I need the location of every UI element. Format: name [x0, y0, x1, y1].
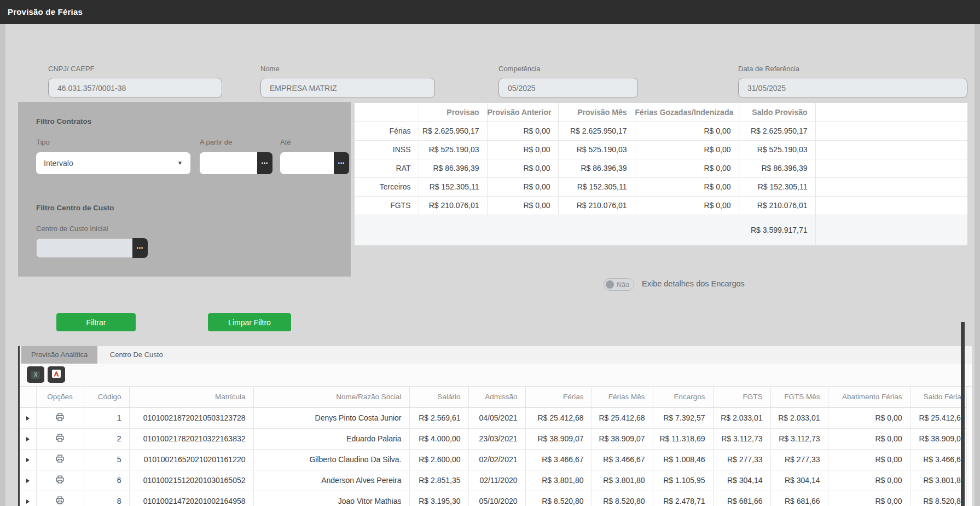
- competencia-field-group: Competência: [498, 65, 638, 98]
- summary-cell-mes: R$ 525.190,03: [558, 140, 635, 159]
- cnpj-input[interactable]: [48, 78, 222, 98]
- a-partir-de-lookup-button[interactable]: •••: [257, 152, 272, 174]
- row-encargos: R$ 1.105,95: [653, 470, 713, 491]
- row-fgts-mes: R$ 681,66: [770, 491, 828, 506]
- competencia-input[interactable]: [498, 78, 638, 98]
- row-expand-cell: [20, 407, 36, 428]
- row-fgts-mes: R$ 277,33: [770, 449, 828, 470]
- centro-custo-inicial-input[interactable]: [36, 238, 132, 258]
- summary-cell-gozadas: R$ 0,00: [635, 177, 739, 196]
- row-matricula: 010100214720201002164958: [129, 491, 253, 506]
- filtro-contratos-title: Filtro Contratos: [36, 117, 91, 125]
- grid-col-fgts-mes: FGTS Mês: [770, 387, 828, 407]
- summary-cell-empty: [815, 140, 967, 159]
- data-referencia-label: Data de Referência: [738, 65, 967, 73]
- table-row: 1 010100218720210503123728 Denys Pinto C…: [20, 407, 966, 428]
- grid-header-row: Opções Código Matrícula Nome/Razão Socia…: [20, 387, 966, 407]
- expand-arrow-icon[interactable]: [26, 499, 30, 504]
- tab-centro-de-custo[interactable]: Centro De Custo: [100, 346, 173, 364]
- grid-col-opcoes: Opções: [36, 387, 84, 407]
- expand-arrow-icon[interactable]: [26, 416, 30, 421]
- row-abatimento: R$ 0,00: [828, 449, 910, 470]
- nome-field-group: Nome: [260, 65, 435, 98]
- summary-cell-saldo: R$ 2.625.950,17: [739, 122, 815, 140]
- row-codigo: 2: [84, 428, 129, 449]
- nome-input[interactable]: [260, 78, 435, 98]
- summary-cell-mes: R$ 210.076,01: [558, 196, 635, 215]
- grid-col-ferias-mes: Férias Mês: [592, 387, 653, 407]
- expand-arrow-icon[interactable]: [26, 458, 30, 462]
- grid-col-fgts: FGTS: [713, 387, 770, 407]
- expand-arrow-icon[interactable]: [26, 479, 30, 483]
- filtrar-button[interactable]: Filtrar: [56, 313, 136, 331]
- row-saldo-ferias: R$ 8.520,80: [910, 491, 966, 506]
- data-referencia-input[interactable]: [738, 78, 967, 98]
- summary-row: INSS R$ 525.190,03 R$ 0,00 R$ 525.190,03…: [355, 140, 967, 159]
- summary-cell-gozadas: R$ 0,00: [635, 196, 739, 215]
- filtro-centro-custo-title: Filtro Centro de Custo: [36, 204, 114, 212]
- print-icon[interactable]: [55, 412, 65, 422]
- row-salario: R$ 2.851,35: [409, 470, 468, 491]
- summary-cell-empty: [815, 177, 967, 196]
- row-matricula: 010100215120201030165052: [129, 470, 253, 491]
- summary-row-label: Terceiros: [355, 177, 419, 196]
- row-ferias-mes: R$ 38.909,07: [592, 428, 653, 449]
- export-excel-button[interactable]: X: [27, 366, 44, 383]
- row-admissao: 02/02/2021: [468, 449, 525, 470]
- print-icon[interactable]: [55, 454, 65, 463]
- grid-col-encargos: Encargos: [653, 387, 713, 407]
- tab-provisao-analitica[interactable]: Provisão Analítica: [21, 346, 97, 364]
- summary-row-label: RAT: [355, 159, 419, 177]
- row-nome: Anderson Alves Pereira: [253, 470, 409, 491]
- print-icon[interactable]: [55, 496, 65, 505]
- nome-label: Nome: [260, 65, 435, 73]
- row-admissao: 23/03/2021: [468, 428, 525, 449]
- grid-vertical-scrollbar[interactable]: [961, 322, 965, 506]
- bottom-grid-panel: Provisão Analítica Centro De Custo X: [18, 346, 972, 506]
- row-expand-cell: [20, 470, 36, 491]
- limpar-filtro-button[interactable]: Limpar Filtro: [208, 313, 291, 331]
- grid-col-admissao: Admissão: [468, 387, 525, 407]
- summary-cell-gozadas: R$ 0,00: [635, 140, 739, 159]
- tipo-select[interactable]: Intervalo ▼: [36, 152, 190, 174]
- row-matricula: 010100216520210201161220: [129, 449, 253, 470]
- row-salario: R$ 4.000,00: [409, 428, 468, 449]
- summary-col-ferias-gozadas: Férias Gozadas/Indenizada: [635, 103, 739, 122]
- summary-table: Provisao Provisão Anterior Provisão Mês …: [355, 103, 967, 245]
- grid-col-codigo: Código: [84, 387, 129, 407]
- summary-col-empty: [815, 103, 967, 122]
- grid-col-abatimento: Abatimento Férias: [828, 387, 910, 407]
- ate-lookup-button[interactable]: •••: [334, 152, 349, 174]
- expand-arrow-icon[interactable]: [26, 437, 30, 441]
- print-icon[interactable]: [55, 475, 65, 484]
- summary-row: Férias R$ 2.625.950,17 R$ 0,00 R$ 2.625.…: [355, 122, 967, 140]
- title-bar: Provisão de Férias: [0, 0, 980, 24]
- excel-icon: X: [31, 371, 40, 379]
- summary-table-panel: Provisao Provisão Anterior Provisão Mês …: [355, 103, 967, 245]
- row-salario: R$ 2.600,00: [409, 449, 468, 470]
- table-row: 2 010100217820210322163832 Eduardo Palar…: [20, 428, 966, 449]
- row-nome: Denys Pinto Costa Junior: [253, 407, 409, 428]
- chevron-down-icon: ▼: [177, 152, 183, 174]
- row-salario: R$ 2.569,61: [409, 407, 468, 428]
- summary-cell-mes: R$ 86.396,39: [558, 159, 635, 177]
- summary-total-row: R$ 3.599.917,71: [355, 215, 967, 245]
- row-codigo: 5: [84, 449, 129, 470]
- summary-cell-provisao: R$ 2.625.950,17: [419, 122, 487, 140]
- print-icon[interactable]: [55, 433, 65, 442]
- pdf-icon: [52, 370, 61, 378]
- ate-input[interactable]: [280, 152, 334, 174]
- row-ferias: R$ 8.520,80: [525, 491, 592, 506]
- row-admissao: 02/11/2020: [468, 470, 525, 491]
- ate-label: Até: [280, 138, 291, 146]
- summary-cell-provisao: R$ 86.396,39: [419, 159, 487, 177]
- summary-cell-saldo: R$ 152.305,11: [739, 177, 815, 196]
- provisao-analitica-table: Opções Código Matrícula Nome/Razão Socia…: [20, 387, 967, 506]
- summary-cell-provisao: R$ 210.076,01: [419, 196, 487, 215]
- row-expand-cell: [20, 428, 36, 449]
- a-partir-de-input[interactable]: [200, 152, 257, 174]
- encargos-toggle[interactable]: Não: [604, 278, 634, 291]
- row-opcoes-cell: [36, 449, 84, 470]
- centro-custo-lookup-button[interactable]: •••: [132, 238, 148, 258]
- export-pdf-button[interactable]: [48, 366, 65, 383]
